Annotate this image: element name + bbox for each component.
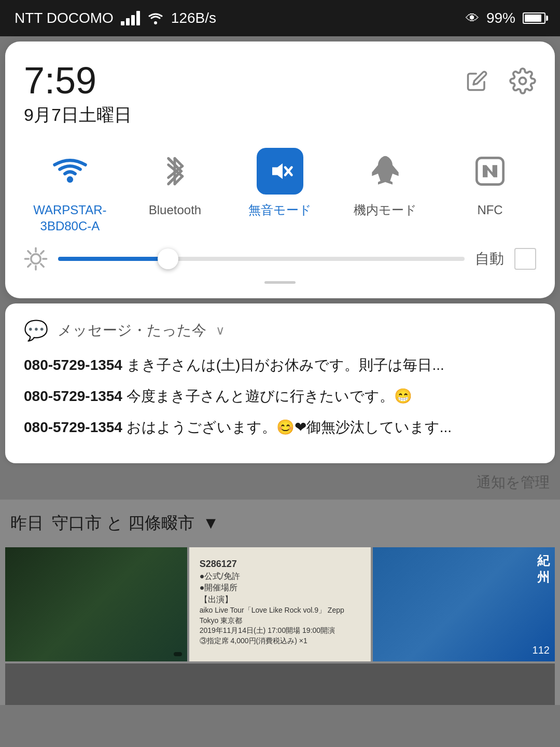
manage-notifications-label: 通知を管理 — [477, 474, 550, 490]
photo-row-2 — [5, 663, 555, 705]
airplane-label: 機内モード — [354, 202, 417, 218]
drag-handle — [264, 281, 296, 284]
svg-line-17 — [28, 251, 31, 253]
battery-pct-label: 99% — [486, 10, 515, 26]
notif-expand-icon[interactable]: ∨ — [216, 323, 225, 338]
notif-text-2: 今度まき子さんと遊びに行きたいです。😁 — [127, 388, 412, 404]
photo-cell-1[interactable] — [5, 547, 187, 661]
photo-cell-2[interactable]: S286127 ●公式/免許 ●開催場所 【出演】 aiko Live Tour… — [189, 547, 371, 661]
status-right: 👁 99% — [466, 10, 545, 26]
settings-button[interactable] — [509, 67, 536, 94]
brightness-slider[interactable] — [58, 257, 465, 261]
photos-section: 昨日 守口市 と 四條畷市 ▼ S286127 ●公式/免許 ●開催場所 【出演… — [0, 500, 560, 705]
qs-toggles-row: WARPSTAR-3BD80C-A Bluetooth — [24, 148, 536, 234]
toggle-mute[interactable]: 無音モード — [234, 148, 326, 218]
nfc-icon — [467, 148, 513, 195]
svg-point-12 — [31, 254, 40, 263]
notif-sender-1: 080-5729-1354 — [24, 357, 122, 373]
photos-date-label: 昨日 — [10, 512, 44, 535]
toggle-wifi[interactable]: WARPSTAR-3BD80C-A — [24, 148, 116, 234]
brightness-icon — [24, 247, 48, 271]
photo-3-text: 紀州 — [537, 552, 550, 586]
manage-notifications[interactable]: 通知を管理 — [0, 467, 560, 497]
status-bar: NTT DOCOMO 126B/s 👁 99% — [0, 0, 560, 36]
wifi-icon — [47, 148, 93, 195]
bluetooth-label: Bluetooth — [149, 202, 201, 218]
carrier-label: NTT DOCOMO — [15, 10, 114, 26]
notif-sender-3: 080-5729-1354 — [24, 419, 122, 435]
qs-date: 9月7日土曜日 — [24, 103, 132, 127]
photo-2-text: S286127 ●公式/免許 ●開催場所 【出演】 aiko Live Tour… — [200, 558, 361, 646]
qs-time-date: 7:59 9月7日土曜日 — [24, 60, 132, 127]
notif-text-3: おはようございます。😊❤御無沙汰しています... — [127, 419, 452, 435]
location-bar: 昨日 守口市 と 四條畷市 ▼ — [5, 500, 555, 547]
wifi-status-icon — [147, 11, 164, 25]
auto-brightness-label: 自動 — [475, 249, 504, 269]
airplane-icon — [362, 148, 409, 195]
svg-marker-8 — [272, 163, 283, 179]
notif-message-2: 080-5729-1354 今度まき子さんと遊びに行きたいです。😁 — [24, 385, 536, 407]
battery-icon — [523, 12, 545, 24]
notif-text-1: まき子さんは(土)日がお休みです。則子は毎日... — [127, 357, 444, 373]
photo-cell-3[interactable]: 112 紀州 — [373, 547, 555, 661]
notif-header: 💬 メッセージ・たった今 ∨ — [24, 319, 536, 342]
svg-line-19 — [41, 251, 44, 253]
mute-icon — [257, 148, 303, 195]
auto-brightness-checkbox[interactable] — [514, 248, 536, 270]
qs-action-buttons — [464, 67, 536, 94]
photo-3-badge: 112 — [533, 644, 550, 656]
svg-point-1 — [520, 78, 526, 85]
notif-message-3: 080-5729-1354 おはようございます。😊❤御無沙汰しています... — [24, 417, 536, 438]
photo-1-overlay — [174, 652, 182, 656]
qs-time: 7:59 — [24, 60, 132, 101]
eye-icon: 👁 — [466, 10, 479, 26]
brightness-fill — [58, 257, 168, 261]
notification-card: 💬 メッセージ・たった今 ∨ 080-5729-1354 まき子さんは(土)日が… — [5, 303, 555, 463]
photos-location-label: 守口市 と 四條畷市 — [52, 512, 194, 535]
notif-message-1: 080-5729-1354 まき子さんは(土)日がお休みです。則子は毎日... — [24, 354, 536, 376]
location-chevron-icon: ▼ — [203, 514, 219, 533]
messages-app-icon: 💬 — [24, 319, 48, 342]
toggle-airplane[interactable]: 機内モード — [339, 148, 431, 218]
brightness-thumb — [158, 248, 178, 269]
edit-button[interactable] — [464, 67, 491, 94]
notif-app-name: メッセージ・たった今 — [58, 321, 206, 340]
toggle-nfc[interactable]: NFC — [444, 148, 536, 218]
qs-header: 7:59 9月7日土曜日 — [24, 60, 536, 127]
mute-label: 無音モード — [248, 202, 312, 218]
svg-line-20 — [28, 264, 31, 266]
svg-point-2 — [67, 176, 73, 183]
wifi-label: WARPSTAR-3BD80C-A — [33, 202, 106, 234]
nfc-label: NFC — [477, 202, 502, 218]
photo-grid: S286127 ●公式/免許 ●開催場所 【出演】 aiko Live Tour… — [5, 547, 555, 661]
speed-label: 126B/s — [171, 10, 216, 26]
toggle-bluetooth[interactable]: Bluetooth — [129, 148, 221, 218]
brightness-row: 自動 — [24, 247, 536, 271]
svg-point-0 — [154, 21, 157, 24]
quick-settings-panel: 7:59 9月7日土曜日 — [5, 42, 555, 298]
status-left: NTT DOCOMO 126B/s — [15, 10, 216, 26]
notif-sender-2: 080-5729-1354 — [24, 388, 122, 404]
svg-line-18 — [41, 264, 44, 266]
bluetooth-icon — [151, 148, 198, 195]
signal-bars-icon — [121, 11, 140, 25]
